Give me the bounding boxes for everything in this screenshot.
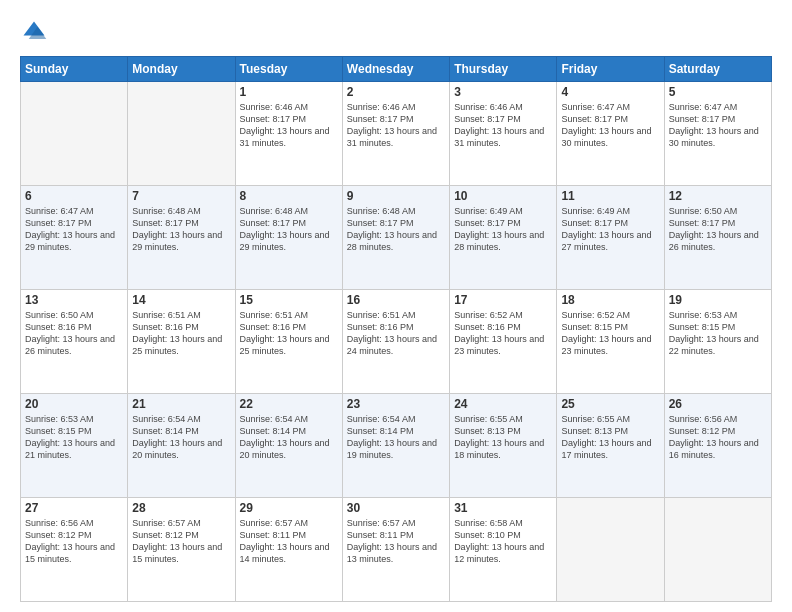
table-row: 3Sunrise: 6:46 AMSunset: 8:17 PMDaylight… [450,82,557,186]
day-number: 13 [25,293,123,307]
table-row: 24Sunrise: 6:55 AMSunset: 8:13 PMDayligh… [450,394,557,498]
day-detail: Sunrise: 6:46 AMSunset: 8:17 PMDaylight:… [454,101,552,150]
day-number: 30 [347,501,445,515]
day-detail: Sunrise: 6:57 AMSunset: 8:11 PMDaylight:… [240,517,338,566]
table-row: 14Sunrise: 6:51 AMSunset: 8:16 PMDayligh… [128,290,235,394]
day-number: 14 [132,293,230,307]
table-row: 28Sunrise: 6:57 AMSunset: 8:12 PMDayligh… [128,498,235,602]
day-number: 25 [561,397,659,411]
table-row [128,82,235,186]
table-row: 16Sunrise: 6:51 AMSunset: 8:16 PMDayligh… [342,290,449,394]
day-detail: Sunrise: 6:51 AMSunset: 8:16 PMDaylight:… [240,309,338,358]
day-detail: Sunrise: 6:50 AMSunset: 8:17 PMDaylight:… [669,205,767,254]
day-number: 5 [669,85,767,99]
table-row: 25Sunrise: 6:55 AMSunset: 8:13 PMDayligh… [557,394,664,498]
day-detail: Sunrise: 6:56 AMSunset: 8:12 PMDaylight:… [669,413,767,462]
table-row: 26Sunrise: 6:56 AMSunset: 8:12 PMDayligh… [664,394,771,498]
table-row: 19Sunrise: 6:53 AMSunset: 8:15 PMDayligh… [664,290,771,394]
day-detail: Sunrise: 6:57 AMSunset: 8:11 PMDaylight:… [347,517,445,566]
day-detail: Sunrise: 6:56 AMSunset: 8:12 PMDaylight:… [25,517,123,566]
day-number: 1 [240,85,338,99]
table-row: 2Sunrise: 6:46 AMSunset: 8:17 PMDaylight… [342,82,449,186]
table-row: 21Sunrise: 6:54 AMSunset: 8:14 PMDayligh… [128,394,235,498]
col-header-wednesday: Wednesday [342,57,449,82]
day-detail: Sunrise: 6:48 AMSunset: 8:17 PMDaylight:… [347,205,445,254]
day-detail: Sunrise: 6:47 AMSunset: 8:17 PMDaylight:… [669,101,767,150]
day-number: 28 [132,501,230,515]
day-detail: Sunrise: 6:50 AMSunset: 8:16 PMDaylight:… [25,309,123,358]
day-detail: Sunrise: 6:53 AMSunset: 8:15 PMDaylight:… [669,309,767,358]
logo [20,18,52,46]
table-row: 9Sunrise: 6:48 AMSunset: 8:17 PMDaylight… [342,186,449,290]
day-number: 23 [347,397,445,411]
table-row: 8Sunrise: 6:48 AMSunset: 8:17 PMDaylight… [235,186,342,290]
day-detail: Sunrise: 6:53 AMSunset: 8:15 PMDaylight:… [25,413,123,462]
table-row [21,82,128,186]
table-row: 1Sunrise: 6:46 AMSunset: 8:17 PMDaylight… [235,82,342,186]
table-row: 5Sunrise: 6:47 AMSunset: 8:17 PMDaylight… [664,82,771,186]
day-number: 6 [25,189,123,203]
day-number: 8 [240,189,338,203]
day-detail: Sunrise: 6:52 AMSunset: 8:16 PMDaylight:… [454,309,552,358]
day-number: 9 [347,189,445,203]
table-row: 27Sunrise: 6:56 AMSunset: 8:12 PMDayligh… [21,498,128,602]
day-detail: Sunrise: 6:51 AMSunset: 8:16 PMDaylight:… [347,309,445,358]
day-number: 4 [561,85,659,99]
table-row: 11Sunrise: 6:49 AMSunset: 8:17 PMDayligh… [557,186,664,290]
day-detail: Sunrise: 6:49 AMSunset: 8:17 PMDaylight:… [454,205,552,254]
day-detail: Sunrise: 6:54 AMSunset: 8:14 PMDaylight:… [240,413,338,462]
day-detail: Sunrise: 6:47 AMSunset: 8:17 PMDaylight:… [25,205,123,254]
table-row [557,498,664,602]
logo-icon [20,18,48,46]
page: SundayMondayTuesdayWednesdayThursdayFrid… [0,0,792,612]
day-detail: Sunrise: 6:46 AMSunset: 8:17 PMDaylight:… [240,101,338,150]
day-number: 29 [240,501,338,515]
col-header-thursday: Thursday [450,57,557,82]
table-row: 17Sunrise: 6:52 AMSunset: 8:16 PMDayligh… [450,290,557,394]
day-number: 26 [669,397,767,411]
table-row: 23Sunrise: 6:54 AMSunset: 8:14 PMDayligh… [342,394,449,498]
table-row: 13Sunrise: 6:50 AMSunset: 8:16 PMDayligh… [21,290,128,394]
table-row: 7Sunrise: 6:48 AMSunset: 8:17 PMDaylight… [128,186,235,290]
table-row: 29Sunrise: 6:57 AMSunset: 8:11 PMDayligh… [235,498,342,602]
header [20,18,772,46]
day-number: 2 [347,85,445,99]
day-number: 16 [347,293,445,307]
day-detail: Sunrise: 6:49 AMSunset: 8:17 PMDaylight:… [561,205,659,254]
day-detail: Sunrise: 6:47 AMSunset: 8:17 PMDaylight:… [561,101,659,150]
table-row: 20Sunrise: 6:53 AMSunset: 8:15 PMDayligh… [21,394,128,498]
day-number: 20 [25,397,123,411]
day-number: 18 [561,293,659,307]
table-row: 30Sunrise: 6:57 AMSunset: 8:11 PMDayligh… [342,498,449,602]
day-detail: Sunrise: 6:48 AMSunset: 8:17 PMDaylight:… [240,205,338,254]
table-row: 31Sunrise: 6:58 AMSunset: 8:10 PMDayligh… [450,498,557,602]
day-number: 15 [240,293,338,307]
day-detail: Sunrise: 6:55 AMSunset: 8:13 PMDaylight:… [561,413,659,462]
day-number: 7 [132,189,230,203]
day-detail: Sunrise: 6:51 AMSunset: 8:16 PMDaylight:… [132,309,230,358]
day-detail: Sunrise: 6:55 AMSunset: 8:13 PMDaylight:… [454,413,552,462]
table-row: 12Sunrise: 6:50 AMSunset: 8:17 PMDayligh… [664,186,771,290]
day-number: 22 [240,397,338,411]
day-detail: Sunrise: 6:48 AMSunset: 8:17 PMDaylight:… [132,205,230,254]
col-header-saturday: Saturday [664,57,771,82]
day-number: 24 [454,397,552,411]
day-number: 27 [25,501,123,515]
day-number: 10 [454,189,552,203]
day-detail: Sunrise: 6:46 AMSunset: 8:17 PMDaylight:… [347,101,445,150]
day-number: 11 [561,189,659,203]
table-row [664,498,771,602]
table-row: 10Sunrise: 6:49 AMSunset: 8:17 PMDayligh… [450,186,557,290]
table-row: 4Sunrise: 6:47 AMSunset: 8:17 PMDaylight… [557,82,664,186]
day-detail: Sunrise: 6:54 AMSunset: 8:14 PMDaylight:… [347,413,445,462]
day-number: 21 [132,397,230,411]
col-header-sunday: Sunday [21,57,128,82]
col-header-tuesday: Tuesday [235,57,342,82]
day-number: 17 [454,293,552,307]
col-header-monday: Monday [128,57,235,82]
table-row: 15Sunrise: 6:51 AMSunset: 8:16 PMDayligh… [235,290,342,394]
col-header-friday: Friday [557,57,664,82]
day-number: 31 [454,501,552,515]
day-number: 19 [669,293,767,307]
calendar-table: SundayMondayTuesdayWednesdayThursdayFrid… [20,56,772,602]
